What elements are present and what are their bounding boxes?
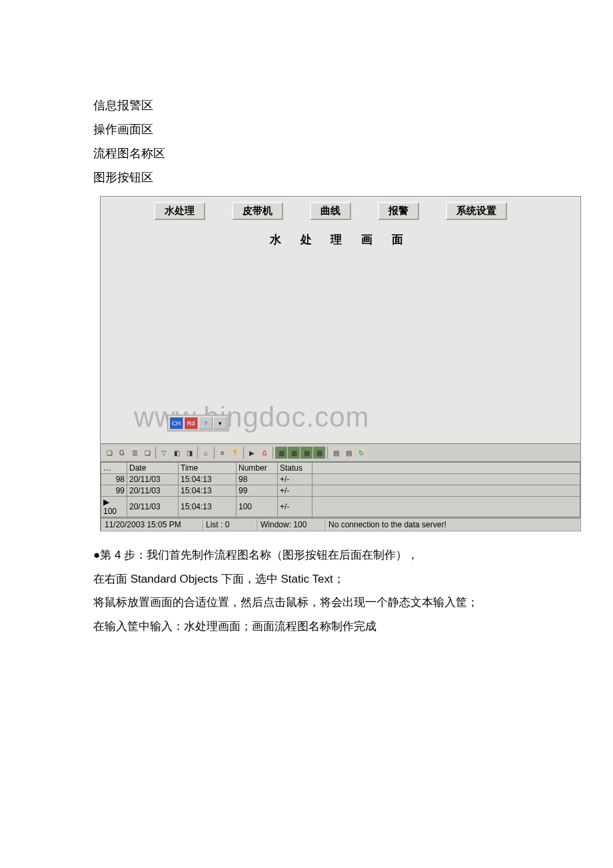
ime-rd-icon[interactable]: Rd <box>184 417 198 429</box>
text-info-alarm-area: 信息报警区 <box>0 93 613 117</box>
tb-glyph-icon[interactable]: ❏ <box>103 447 115 459</box>
toolbar-separator <box>155 447 156 459</box>
cell-time: 15:04:13 <box>179 474 237 485</box>
cell-date: 20/11/03 <box>127 497 179 517</box>
text-operate-screen-area: 操作画面区 <box>0 117 613 141</box>
status-datetime: 11/20/2003 15:05 PM <box>101 518 202 531</box>
alarm-table: … Date Time Number Status 98 20/11/03 15… <box>101 462 580 517</box>
status-list: List : 0 <box>202 518 257 531</box>
tb-win4-icon[interactable]: ▦ <box>313 447 325 459</box>
ime-dropdown-icon[interactable]: ▾ <box>213 417 227 429</box>
cell-date: 20/11/03 <box>127 474 179 485</box>
step4-text-1: ●第 4 步：我们首先制作流程图名称（图形按钮在后面在制作）， <box>93 543 613 567</box>
toolbar-separator <box>243 447 244 459</box>
text-flowchart-name-area: 流程图名称区 <box>0 141 613 165</box>
step4-text-3: 将鼠标放置画面的合适位置，然后点击鼠标，将会出现一个静态文本输入筐； <box>93 591 613 615</box>
nav-water-treatment-button[interactable]: 水处理 <box>154 202 205 220</box>
tb-page-icon[interactable]: ❏ <box>141 447 153 459</box>
tb-funnel-icon[interactable]: ▽ <box>158 447 170 459</box>
toolbar-separator <box>327 447 328 459</box>
cell-idx: 99 <box>101 485 127 497</box>
ime-tray: CH Rd ? ▾ <box>167 415 229 431</box>
tb-win3-icon[interactable]: ▦ <box>301 447 312 459</box>
cell-number: 100 <box>237 497 278 517</box>
nav-alarm-button[interactable]: 报警 <box>378 202 419 220</box>
text-graphic-button-area: 图形按钮区 <box>0 165 613 189</box>
col-time[interactable]: Time <box>179 463 237 474</box>
alarm-toolbar: ❏ G ☰ ❏ ▽ ◧ ◨ ⌂ ≡ ¶ ▶ ⎙ ▦ ▦ ▦ ▦ ▤ ▤ ↻ <box>101 443 580 462</box>
ime-ch-icon[interactable]: CH <box>169 417 183 429</box>
cell-status: +/- <box>278 485 312 497</box>
cell-idx: 98 <box>101 474 127 485</box>
cell-rest <box>312 497 580 517</box>
app-window: 水处理 皮带机 曲线 报警 系统设置 水 处 理 画 面 www.bingdoc… <box>100 196 581 531</box>
tb-win1-icon[interactable]: ▦ <box>275 447 287 459</box>
nav-bar: 水处理 皮带机 曲线 报警 系统设置 <box>101 197 580 225</box>
col-marker[interactable]: … <box>101 463 127 474</box>
table-row[interactable]: 99 20/11/03 15:04:13 99 +/- <box>101 485 580 497</box>
tb-doc1-icon[interactable]: ▤ <box>330 447 342 459</box>
tb-pipe-icon[interactable]: ¶ <box>229 447 241 459</box>
toolbar-separator <box>197 447 198 459</box>
nav-curve-button[interactable]: 曲线 <box>310 202 351 220</box>
col-number[interactable]: Number <box>237 463 278 474</box>
tb-print-icon[interactable]: ⎙ <box>259 447 271 459</box>
tb-disk-icon[interactable]: ⌂ <box>200 447 212 459</box>
cell-rest <box>312 474 580 485</box>
col-date[interactable]: Date <box>127 463 179 474</box>
cell-number: 98 <box>237 474 278 485</box>
status-bar: 11/20/2003 15:05 PM List : 0 Window: 100… <box>101 517 580 531</box>
table-row[interactable]: 98 20/11/03 15:04:13 98 +/- <box>101 474 580 485</box>
canvas-area: www.bingdoc.com CH Rd ? ▾ <box>101 250 580 443</box>
tb-win2-icon[interactable]: ▦ <box>288 447 300 459</box>
cell-date: 20/11/03 <box>127 485 179 497</box>
cell-rest <box>312 485 580 497</box>
toolbar-separator <box>273 447 273 459</box>
cell-status: +/- <box>278 497 312 517</box>
ime-help-icon[interactable]: ? <box>199 417 213 429</box>
status-connection: No connection to the data server! <box>324 518 580 531</box>
col-rest <box>312 463 580 474</box>
tb-refresh-icon[interactable]: ↻ <box>355 447 367 459</box>
tb-list-icon[interactable]: ≡ <box>217 447 229 459</box>
tb-flag1-icon[interactable]: ◧ <box>171 447 183 459</box>
status-window: Window: 100 <box>257 518 324 531</box>
cell-number: 99 <box>237 485 278 497</box>
step4-text-2: 在右面 Standard Objects 下面，选中 Static Text； <box>93 567 613 591</box>
tb-flag2-icon[interactable]: ◨ <box>183 447 195 459</box>
col-status[interactable]: Status <box>278 463 312 474</box>
tb-bars-icon[interactable]: ☰ <box>129 447 141 459</box>
table-row[interactable]: ▶ 100 20/11/03 15:04:13 100 +/- <box>101 497 580 517</box>
nav-system-settings-button[interactable]: 系统设置 <box>446 202 507 220</box>
cell-status: +/- <box>278 474 312 485</box>
table-header-row: … Date Time Number Status <box>101 463 580 474</box>
tb-doc2-icon[interactable]: ▤ <box>342 447 354 459</box>
cell-time: 15:04:13 <box>179 497 237 517</box>
toolbar-separator <box>214 447 215 459</box>
cell-idx: ▶ 100 <box>101 497 127 517</box>
tb-g-icon[interactable]: G <box>116 447 128 459</box>
tb-play-icon[interactable]: ▶ <box>246 447 258 459</box>
nav-belt-conveyor-button[interactable]: 皮带机 <box>232 202 283 220</box>
page-title: 水 处 理 画 面 <box>101 225 580 250</box>
cell-time: 15:04:13 <box>179 485 237 497</box>
alarm-grid-area: … Date Time Number Status 98 20/11/03 15… <box>101 462 580 517</box>
step4-text-4: 在输入筐中输入：水处理画面；画面流程图名称制作完成 <box>93 615 613 639</box>
